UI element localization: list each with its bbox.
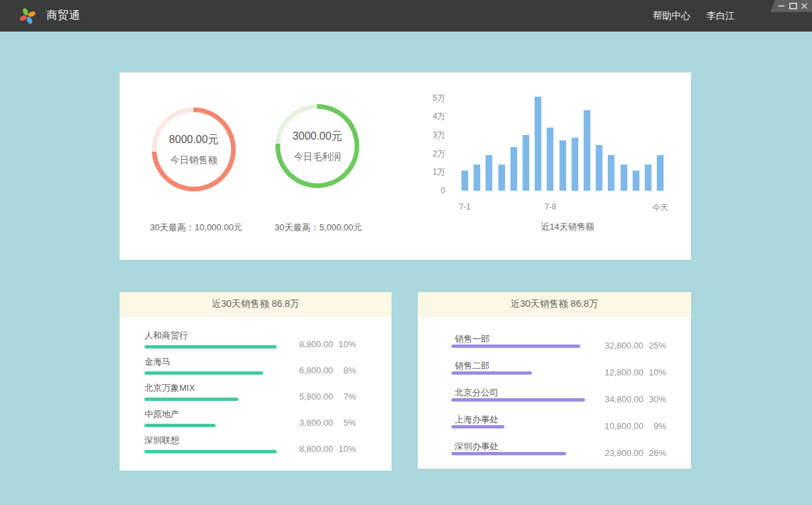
item-bar <box>451 371 532 375</box>
x-axis-tick: 7-8 <box>530 202 570 212</box>
sales-bar <box>535 97 541 191</box>
item-bar <box>451 345 580 348</box>
item-amount: 12,800.00 <box>604 367 643 377</box>
sales-bar <box>596 145 602 191</box>
close-button[interactable] <box>801 2 809 10</box>
item-bar <box>144 398 238 401</box>
close-icon <box>801 3 807 9</box>
sales-bar <box>657 155 664 191</box>
item-amount: 8,800.00 <box>299 339 333 349</box>
item-percent: 9% <box>643 421 666 431</box>
help-center-link[interactable]: 帮助中心 <box>653 10 690 22</box>
y-axis-tick: 2万 <box>418 149 445 158</box>
maximize-icon <box>789 3 797 9</box>
list-item: 销售一部32,800.0025% <box>418 333 691 359</box>
pinwheel-logo-icon <box>19 7 36 25</box>
item-name: 上海办事处 <box>455 414 498 426</box>
item-percent: 25% <box>643 340 666 351</box>
item-value: 6,800.008% <box>299 365 356 375</box>
item-name: 销售二部 <box>455 360 490 372</box>
recent-14d-sales-chart-title: 近14天销售额 <box>500 221 635 233</box>
item-value: 12,800.0010% <box>604 367 666 377</box>
sales-bar <box>547 128 553 191</box>
window-controls <box>770 0 812 12</box>
item-value: 23,800.0026% <box>604 448 666 458</box>
item-percent: 10% <box>333 444 356 454</box>
item-name: 深圳办事处 <box>455 441 498 453</box>
department-ranking-list: 销售一部32,800.0025%销售二部12,800.0010%北京分公司34,… <box>418 292 691 469</box>
item-amount: 3,800.00 <box>299 418 333 428</box>
y-axis-tick: 0 <box>418 186 445 195</box>
item-bar <box>144 371 263 375</box>
maximize-button[interactable] <box>789 2 797 10</box>
sales-bar <box>461 171 468 191</box>
list-item: 北京分公司34,800.0030% <box>418 387 691 413</box>
sales-bar <box>608 155 615 191</box>
item-percent: 26% <box>643 448 666 458</box>
item-amount: 8,800.00 <box>299 444 333 454</box>
item-name: 北京分公司 <box>455 387 498 399</box>
sales-bar <box>473 165 480 191</box>
item-amount: 34,800.00 <box>604 394 643 404</box>
y-axis-tick: 3万 <box>418 130 445 140</box>
sales-bar <box>621 165 627 191</box>
customer-ranking-list: 人和商贸行8,800.0010%金海马6,800.008%北京万象MIX5,80… <box>120 292 392 471</box>
list-item: 销售二部12,800.0010% <box>418 360 691 386</box>
item-amount: 5,800.00 <box>299 392 333 402</box>
list-item: 深圳联想8,800.0010% <box>120 434 392 461</box>
sales-bar <box>559 140 566 191</box>
item-amount: 6,800.00 <box>299 365 333 375</box>
item-percent: 10% <box>333 339 356 349</box>
item-percent: 10% <box>643 367 666 377</box>
item-bar <box>451 452 566 455</box>
y-axis-tick: 5万 <box>418 93 445 103</box>
item-name: 北京万象MIX <box>144 382 195 394</box>
item-amount: 32,800.00 <box>604 340 643 351</box>
list-item: 人和商贸行8,800.0010% <box>120 330 392 356</box>
item-bar <box>144 345 277 349</box>
item-value: 3,800.005% <box>299 418 356 428</box>
sales-bar <box>510 147 517 191</box>
item-value: 10,800.009% <box>604 421 666 431</box>
item-name: 深圳联想 <box>144 434 179 447</box>
user-name[interactable]: 李白江 <box>707 10 735 22</box>
list-item: 深圳办事处23,800.0026% <box>418 441 691 467</box>
sales-bar <box>584 110 590 191</box>
item-percent: 30% <box>643 394 666 404</box>
app-window: 商贸通 帮助中心 李白江 8000.00元 今日销售额 3000.00元 今日毛… <box>0 0 812 505</box>
sales-bar <box>633 171 639 191</box>
item-percent: 7% <box>333 392 356 402</box>
sales-bar <box>645 165 651 191</box>
titlebar: 商贸通 帮助中心 李白江 <box>0 0 812 32</box>
sales-bar <box>486 155 492 191</box>
item-value: 5,800.007% <box>299 392 356 402</box>
item-name: 销售一部 <box>455 333 490 345</box>
y-axis-tick: 1万 <box>418 167 445 177</box>
item-bar <box>144 424 216 427</box>
x-axis-tick: 7-1 <box>445 202 485 212</box>
list-item: 北京万象MIX5,800.007% <box>120 382 392 408</box>
list-item: 中原地产3,800.005% <box>120 408 392 434</box>
overview-card: 8000.00元 今日销售额 3000.00元 今日毛利润 30天最高：10,0… <box>120 73 691 260</box>
minimize-button[interactable] <box>777 2 785 10</box>
minimize-icon <box>778 5 784 7</box>
item-value: 8,800.0010% <box>299 339 356 349</box>
list-item: 金海马6,800.008% <box>120 356 392 382</box>
item-value: 32,800.0025% <box>604 340 666 351</box>
item-name: 人和商贸行 <box>144 330 188 342</box>
item-name: 中原地产 <box>144 408 179 420</box>
item-percent: 5% <box>333 418 356 428</box>
item-amount: 23,800.00 <box>604 448 643 458</box>
sales-bar <box>523 135 529 191</box>
item-value: 34,800.0030% <box>604 394 666 404</box>
brand: 商贸通 <box>19 0 81 32</box>
y-axis-tick: 4万 <box>418 111 445 121</box>
item-bar <box>451 398 585 402</box>
x-axis-tick: 今天 <box>640 202 680 214</box>
item-bar <box>451 425 504 428</box>
sales-bar <box>572 138 578 191</box>
top-nav: 帮助中心 李白江 <box>653 0 735 32</box>
department-sales-ranking-card: 近30天销售额 86.8万 销售一部32,800.0025%销售二部12,800… <box>418 292 691 469</box>
sales-bar <box>498 165 505 191</box>
list-item: 上海办事处10,800.009% <box>418 414 691 440</box>
